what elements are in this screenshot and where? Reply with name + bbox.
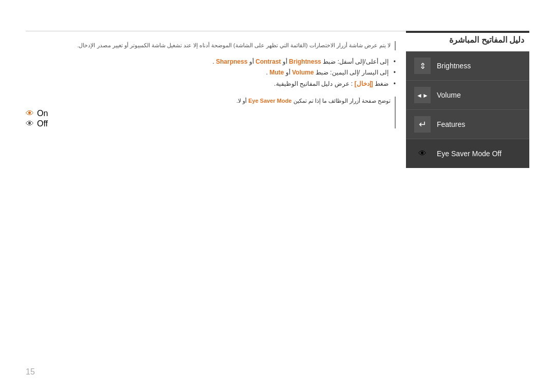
bullet-list: إلى أعلى/إلى أسفل: ضبط Brightness أو Con…	[26, 57, 396, 90]
eye-saver-note2-text: أو لا.	[236, 98, 247, 104]
sidebar-item-eye-saver[interactable]: Eye Saver Mode Off	[406, 139, 529, 168]
bullet1-contrast: Contrast	[255, 58, 281, 65]
sidebar-item-brightness[interactable]: Brightness	[406, 51, 529, 81]
bullet1-or1: أو	[281, 58, 287, 65]
bullet2-volume: Volume	[292, 69, 313, 76]
bullet-item-3: ضغط [إدخال] : عرض دليل المفاتيح الوظيفية…	[26, 79, 396, 90]
sidebar-item-volume[interactable]: Volume	[406, 81, 529, 110]
on-row: On 👁	[26, 109, 48, 118]
bullet2-period: .	[266, 69, 268, 76]
eye-off-icon: 👁	[26, 119, 34, 128]
bullet1-text-before: إلى أعلى/إلى أسفل: ضبط	[321, 58, 388, 65]
features-label: Features	[437, 120, 465, 128]
right-accent-bar	[406, 31, 529, 33]
sidebar-title: دليل المفاتيح المباشرة	[449, 35, 524, 45]
bullet1-or2: أو	[248, 58, 254, 65]
top-note-text: لا يتم عرض شاشة أزرار الاختصارات (القائم…	[77, 42, 391, 48]
off-label: Off	[37, 119, 48, 128]
eye-saver-note-text: توضح صفحة أزرار الوظائف ما إذا تم تمكين	[292, 98, 391, 104]
on-label: On	[37, 109, 48, 118]
arrows-leftright-icon	[414, 87, 431, 103]
eye-saver-description: توضح صفحة أزرار الوظائف ما إذا تم تمكين …	[26, 97, 391, 106]
arrows-updown-icon	[414, 58, 431, 74]
bullet1-period: .	[213, 58, 214, 65]
bullet2-text-before: إلى اليسار /إلى اليمين: ضبط	[314, 69, 388, 76]
main-content: لا يتم عرض شاشة أزرار الاختصارات (القائم…	[26, 41, 396, 128]
eye-on-icon: 👁	[26, 109, 34, 118]
bullet3-press: ضغط	[375, 80, 388, 87]
eye-saver-icon	[414, 145, 431, 162]
bullet-item-2: إلى اليسار /إلى اليمين: ضبط Volume أو Mu…	[26, 67, 396, 79]
sidebar-panel: Brightness Volume Features Eye Saver Mod…	[406, 51, 529, 168]
eye-saver-section: توضح صفحة أزرار الوظائف ما إذا تم تمكين …	[26, 97, 396, 128]
bullet-item-1: إلى أعلى/إلى أسفل: ضبط Brightness أو Con…	[26, 57, 396, 68]
eye-saver-label: Eye Saver Mode Off	[437, 150, 502, 158]
bullet1-sharpness: Sharpness	[216, 58, 247, 65]
brightness-label: Brightness	[437, 62, 471, 70]
volume-label: Volume	[437, 91, 461, 99]
off-row: Off 👁	[26, 119, 48, 128]
enter-icon	[414, 116, 431, 133]
bullet3-text: : عرض دليل المفاتيح الوظيفية.	[274, 80, 353, 87]
bullet2-or: أو	[284, 69, 290, 76]
top-divider	[26, 31, 432, 31]
bullet2-mute: Mute	[270, 69, 284, 76]
on-off-container: On 👁 Off 👁	[26, 109, 391, 128]
sidebar-item-features[interactable]: Features	[406, 110, 529, 139]
top-note: لا يتم عرض شاشة أزرار الاختصارات (القائم…	[26, 41, 396, 50]
bullet1-brightness: Brightness	[289, 58, 321, 65]
eye-saver-mode-text: Eye Saver Mode	[248, 98, 291, 104]
bullet3-enter: [إدخال]	[355, 80, 373, 87]
page-number: 15	[26, 367, 35, 377]
